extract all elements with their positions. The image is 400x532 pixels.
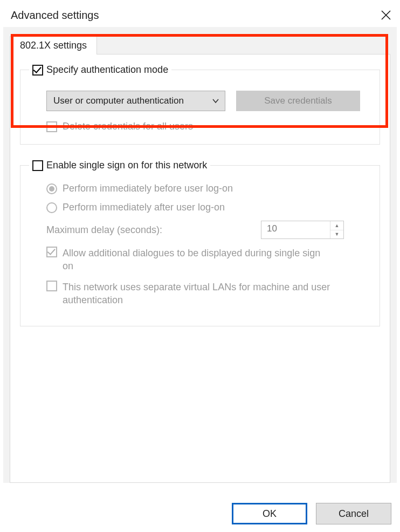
delay-label: Maximum delay (seconds): bbox=[46, 224, 162, 236]
tab-8021x[interactable]: 802.1X settings bbox=[10, 36, 97, 54]
allow-dialogues-label: Allow additional dialogues to be display… bbox=[63, 247, 332, 273]
cancel-button[interactable]: Cancel bbox=[316, 503, 391, 524]
checkbox-delete-credentials bbox=[46, 121, 57, 132]
group-auth-mode: Specify authentication mode User or comp… bbox=[20, 64, 380, 145]
window-title: Advanced settings bbox=[11, 9, 99, 22]
advanced-settings-window: Advanced settings 802.1X settings Specif… bbox=[0, 0, 400, 532]
radio-after-label: Perform immediately after user log-on bbox=[63, 202, 225, 213]
footer: OK Cancel bbox=[232, 503, 391, 524]
radio-before-label: Perform immediately before user log-on bbox=[63, 183, 233, 194]
checkbox-separate-vlan bbox=[46, 281, 57, 291]
auth-row: User or computer authentication Save cre… bbox=[46, 91, 369, 111]
legend-sso: Enable single sign on for this network bbox=[29, 160, 210, 171]
delete-credentials-row: Delete credentials for all users bbox=[46, 121, 369, 132]
auth-mode-value: User or computer authentication bbox=[53, 96, 184, 106]
radio-before-row: Perform immediately before user log-on bbox=[46, 183, 369, 194]
tab-panel: Specify authentication mode User or comp… bbox=[10, 54, 390, 483]
ok-button[interactable]: OK bbox=[232, 503, 307, 524]
save-credentials-button: Save credentials bbox=[236, 91, 360, 111]
delete-credentials-label: Delete credentials for all users bbox=[63, 121, 193, 132]
group-sso: Enable single sign on for this network P… bbox=[20, 160, 380, 326]
delay-value: 10 bbox=[261, 221, 330, 238]
tab-strip: 802.1X settings bbox=[10, 36, 390, 54]
titlebar: Advanced settings bbox=[0, 0, 400, 27]
legend-auth-mode: Specify authentication mode bbox=[29, 64, 171, 76]
separate-vlan-label: This network uses separate virtual LANs … bbox=[63, 281, 332, 307]
chevron-down-icon bbox=[212, 97, 219, 105]
checkbox-specify-auth-mode[interactable] bbox=[32, 65, 43, 76]
content-area: 802.1X settings Specify authentication m… bbox=[3, 27, 397, 483]
legend-auth-mode-label: Specify authentication mode bbox=[46, 64, 168, 76]
radio-before-logon bbox=[46, 183, 57, 194]
legend-sso-label: Enable single sign on for this network bbox=[46, 160, 207, 171]
spinner-buttons: ▲ ▼ bbox=[330, 221, 343, 238]
separate-vlan-row: This network uses separate virtual LANs … bbox=[46, 281, 369, 307]
spinner-up-icon: ▲ bbox=[330, 221, 343, 230]
auth-mode-select[interactable]: User or computer authentication bbox=[46, 91, 225, 111]
delay-row: Maximum delay (seconds): 10 ▲ ▼ bbox=[46, 221, 344, 239]
radio-after-row: Perform immediately after user log-on bbox=[46, 202, 369, 213]
delay-spinner: 10 ▲ ▼ bbox=[261, 221, 344, 239]
spinner-down-icon: ▼ bbox=[330, 230, 343, 239]
checkbox-enable-sso[interactable] bbox=[32, 160, 43, 171]
checkbox-allow-dialogues bbox=[46, 247, 57, 257]
radio-after-logon bbox=[46, 202, 57, 213]
allow-dialogues-row: Allow additional dialogues to be display… bbox=[46, 247, 369, 273]
close-icon[interactable] bbox=[380, 9, 392, 22]
